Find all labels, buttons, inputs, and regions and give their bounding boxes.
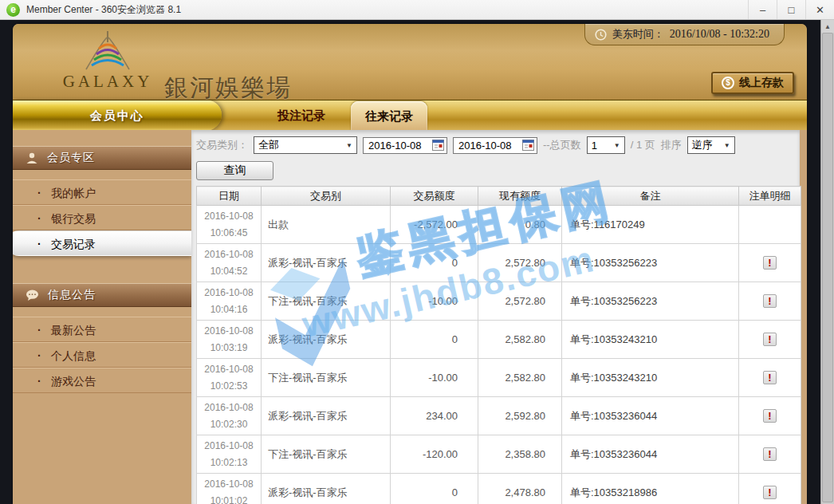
cell-type: 派彩-视讯-百家乐 xyxy=(262,321,391,359)
detail-alert-icon[interactable]: ! xyxy=(763,447,777,461)
col-note: 备注 xyxy=(562,187,739,206)
cell-amount: -10.00 xyxy=(391,359,478,397)
transaction-type-label: 交易类别： xyxy=(196,138,248,152)
cell-time-value: 10:02:13 xyxy=(197,455,261,471)
sidebar-section-title: 信息公告 xyxy=(48,288,96,302)
user-icon xyxy=(26,152,38,164)
sidebar-item-transaction-records[interactable]: · 交易记录 xyxy=(13,230,191,256)
member-center-page: GALAXY 銀河娛樂場 美东时间： 2016/10/08 - 10:32:20… xyxy=(13,24,807,504)
detail-alert-icon[interactable]: ! xyxy=(763,256,777,270)
minimize-button[interactable]: – xyxy=(748,0,777,19)
cell-date-value: 2016-10-08 xyxy=(197,400,261,415)
cell-date-value: 2016-10-08 xyxy=(197,323,261,339)
transaction-type-select[interactable]: 全部 ▼ xyxy=(254,136,357,154)
col-type: 交易别 xyxy=(262,187,391,206)
filter-bar: 交易类别： 全部 ▼ 2016-10-08 2016-10-08 xyxy=(196,136,800,155)
sort-select[interactable]: 逆序 ▼ xyxy=(687,136,735,154)
cell-balance: 2,478.80 xyxy=(478,474,562,504)
date-to-value: 2016-10-08 xyxy=(458,140,522,152)
bullet-icon: · xyxy=(37,180,41,206)
detail-alert-icon[interactable]: ! xyxy=(763,294,777,308)
date-to-input[interactable]: 2016-10-08 xyxy=(453,137,537,154)
server-time-label: 美东时间： xyxy=(612,27,664,41)
detail-alert-icon[interactable]: ! xyxy=(763,409,777,423)
scrollbar-thumb[interactable] xyxy=(822,33,833,502)
detail-alert-icon[interactable]: ! xyxy=(763,371,777,384)
brand-en-text: GALAXY xyxy=(57,72,158,92)
col-balance: 现有额度 xyxy=(478,187,562,206)
sidebar-item-label: 最新公告 xyxy=(51,324,96,337)
bullet-icon: · xyxy=(37,368,41,394)
cell-detail: ! xyxy=(739,321,801,359)
sidebar-item-bank-transactions[interactable]: · 银行交易 xyxy=(13,205,191,230)
nav-bar: 会员中心 投注记录 往来记录 xyxy=(13,100,807,130)
cell-note: 单号:10353243210 xyxy=(562,321,739,359)
cell-balance: 2,572.80 xyxy=(478,244,562,282)
col-amount: 交易额度 xyxy=(391,187,478,206)
cell-detail: ! xyxy=(739,474,801,504)
query-button[interactable]: 查询 xyxy=(196,161,273,180)
table-row: 2016-10-08 10:02:30 派彩-视讯-百家乐 234.00 2,5… xyxy=(197,397,801,435)
detail-alert-icon[interactable]: ! xyxy=(763,333,777,346)
page-scrollbar[interactable]: ▲ xyxy=(820,20,834,504)
chevron-down-icon: ▼ xyxy=(614,142,620,149)
close-button[interactable]: ✕ xyxy=(805,0,834,19)
tab-transaction-records[interactable]: 往来记录 xyxy=(351,101,427,131)
cell-balance: 2,572.80 xyxy=(478,282,562,321)
cell-type: 派彩-视讯-百家乐 xyxy=(262,244,391,282)
cell-type: 下注-视讯-百家乐 xyxy=(262,359,391,397)
cell-type: 出款 xyxy=(262,206,391,244)
cell-note: 单号:10353256223 xyxy=(562,244,739,282)
date-from-value: 2016-10-08 xyxy=(368,140,432,152)
cell-note: 单号:10353256223 xyxy=(562,282,739,321)
sidebar-item-game-announcements[interactable]: · 游戏公告 xyxy=(13,368,191,393)
table-row: 2016-10-08 10:01:02 派彩-视讯-百家乐 0 2,478.80… xyxy=(197,474,801,504)
cell-type: 派彩-视讯-百家乐 xyxy=(262,474,391,504)
sidebar: 会员专区 · 我的帐户 · 银行交易 · 交易记录 信息 xyxy=(13,130,191,504)
col-detail: 注单明细 xyxy=(739,187,801,206)
detail-alert-icon[interactable]: ! xyxy=(763,486,777,499)
online-deposit-label: 线上存款 xyxy=(739,76,784,90)
galaxy-fountain-icon xyxy=(78,30,137,71)
tab-bet-records[interactable]: 投注记录 xyxy=(260,100,343,131)
sidebar-item-my-account[interactable]: · 我的帐户 xyxy=(13,179,191,205)
cell-type: 派彩-视讯-百家乐 xyxy=(262,397,391,435)
cell-date-value: 2016-10-08 xyxy=(197,476,261,492)
sort-label: 排序 xyxy=(661,138,682,152)
server-time-box: 美东时间： 2016/10/08 - 10:32:20 xyxy=(584,24,785,45)
member-center-banner: 会员中心 xyxy=(13,100,222,131)
cell-date: 2016-10-08 10:02:53 xyxy=(197,359,262,397)
calendar-icon[interactable] xyxy=(432,140,444,151)
table-row: 2016-10-08 10:04:52 派彩-视讯-百家乐 0 2,572.80… xyxy=(197,244,801,282)
sidebar-item-personal-messages[interactable]: · 个人信息 xyxy=(13,342,191,368)
cell-date-value: 2016-10-08 xyxy=(197,208,261,224)
cell-balance: 2,592.80 xyxy=(478,397,562,435)
cell-amount: 0 xyxy=(391,474,478,504)
cell-balance: 2,358.80 xyxy=(478,435,562,474)
cell-amount: 0 xyxy=(391,321,478,359)
clock-icon xyxy=(595,29,607,41)
cell-amount: -2,572.00 xyxy=(391,206,478,244)
bullet-icon: · xyxy=(37,206,41,231)
online-deposit-button[interactable]: $ 线上存款 xyxy=(711,72,794,94)
server-time-value: 2016/10/08 - 10:32:20 xyxy=(670,28,769,41)
cell-detail xyxy=(739,206,801,244)
calendar-icon[interactable] xyxy=(522,140,534,151)
sidebar-item-label: 游戏公告 xyxy=(51,375,96,388)
sidebar-item-label: 交易记录 xyxy=(51,238,96,250)
scrollbar-up-icon[interactable]: ▲ xyxy=(821,20,834,33)
browser-titlebar: e Member Center - 360安全浏览器 8.1 – □ ✕ xyxy=(0,0,834,20)
table-header-row: 日期 交易别 交易额度 现有额度 备注 注单明细 xyxy=(197,187,801,206)
cell-note: 单号:10353236044 xyxy=(562,435,739,474)
maximize-button[interactable]: □ xyxy=(777,0,805,19)
cell-date: 2016-10-08 10:01:02 xyxy=(197,474,262,504)
cell-detail: ! xyxy=(739,244,801,282)
cell-date-value: 2016-10-08 xyxy=(197,438,261,454)
sidebar-item-latest-announcements[interactable]: · 最新公告 xyxy=(13,317,191,342)
date-from-input[interactable]: 2016-10-08 xyxy=(363,137,447,154)
cell-time-value: 10:03:19 xyxy=(197,340,261,356)
cell-note: 单号:10353243210 xyxy=(562,359,739,397)
cell-balance: 0.80 xyxy=(478,206,562,244)
page-select[interactable]: 1 ▼ xyxy=(587,136,625,154)
cell-date: 2016-10-08 10:04:16 xyxy=(197,282,262,321)
